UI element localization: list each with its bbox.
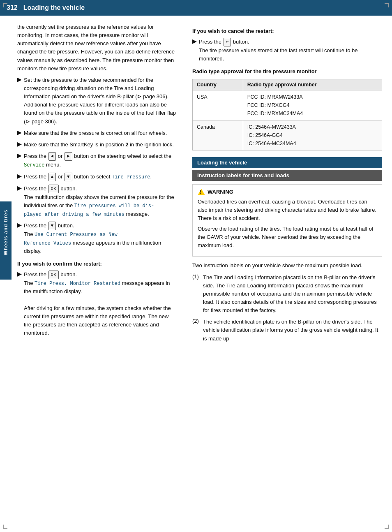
down-arrow-button-7: ▼	[48, 222, 56, 230]
bullet-item-5: ▶ Press the ▲ or ▼ button to select Tire…	[17, 173, 178, 181]
tire-pressures-message: Tire pressures will be dis‑played after …	[24, 203, 154, 217]
page-title: Loading the vehicle	[23, 4, 85, 12]
table-cell-country-canada: Canada	[193, 120, 243, 150]
table-row-usa: USA FCC ID: MRXMW2433A FCC ID: MRXGG4 FC…	[193, 90, 382, 120]
bullet-arrow-5: ▶	[17, 173, 21, 179]
cancel-bullet-text-1: Press the ↩ button. The tire pressure va…	[199, 38, 382, 63]
corner-tr	[385, 3, 389, 7]
left-column: the currently set tire pressures as the …	[0, 23, 185, 346]
ordered-text-2: The vehicle identification plate is on t…	[203, 318, 382, 342]
bullet-text-2: Make sure that the tire pressure is corr…	[24, 129, 167, 137]
down-arrow-button-5: ▼	[65, 173, 72, 181]
warning-text-2: Observe the load rating of the tires. Th…	[198, 225, 377, 250]
side-tab: Wheels and tires	[0, 201, 12, 263]
ordered-item-1: (1) The Tire and Loading Information pla…	[192, 273, 382, 315]
cancel-bullet-1: ▶ Press the ↩ button. The tire pressure …	[192, 38, 382, 63]
instruction-labels-bar: Instruction labels for tires and loads	[192, 170, 382, 181]
service-menu-label: Service	[24, 162, 44, 168]
corner-br	[385, 525, 389, 529]
bullet-arrow-2: ▶	[17, 130, 21, 136]
ok-button-6: OK	[48, 185, 59, 193]
warning-text-1: Overloaded tires can overheat, causing a…	[198, 198, 377, 222]
bullet-arrow-1: ▶	[17, 76, 21, 83]
ok-button-confirm: OK	[48, 271, 59, 279]
tire-pressure-label: Tire Pressure	[112, 174, 150, 180]
bullet-text-7: Press the ▼ button. The Use Current Pres…	[24, 222, 178, 255]
cancel-bullet-arrow-1: ▶	[192, 38, 196, 44]
back-button: ↩	[224, 38, 231, 46]
ordered-text-1: The Tire and Loading Information placard…	[203, 273, 382, 315]
table-cell-country-usa: USA	[193, 90, 243, 120]
main-content: the currently set tire pressures as the …	[0, 16, 392, 346]
left-arrow-button: ◄	[48, 152, 56, 161]
bullet-item-3: ▶ Make sure that the SmartKey is in posi…	[17, 141, 178, 149]
corner-tl	[3, 3, 7, 7]
warning-triangle-icon	[198, 189, 205, 195]
bullet-item-1: ▶ Set the tire pressure to the value rec…	[17, 76, 178, 126]
page: 312 Loading the vehicle Wheels and tires…	[0, 0, 392, 532]
table-row-canada: Canada IC: 2546A-MW2433A IC: 2546A-GG4 I…	[193, 120, 382, 150]
confirm-bullet-arrow-1: ▶	[17, 271, 21, 277]
bullet-item-7: ▶ Press the ▼ button. The Use Current Pr…	[17, 222, 178, 255]
bullet-arrow-7: ▶	[17, 222, 21, 228]
bullet-text-5: Press the ▲ or ▼ button to select Tire P…	[24, 173, 152, 181]
right-column: If you wish to cancel the restart: ▶ Pre…	[185, 23, 392, 346]
confirm-header: If you wish to confirm the restart:	[17, 260, 178, 268]
page-number: 312	[7, 4, 18, 12]
bullet-text-1: Set the tire pressure to the value recom…	[24, 76, 178, 126]
tire-press-monitor-restarted: Tire Press. Monitor Restarted	[35, 281, 120, 287]
table-section-header: Radio type approval for the tire pressur…	[192, 67, 382, 76]
table-cell-approval-canada: IC: 2546A-MW2433A IC: 2546A-GG4 IC: 2546…	[243, 120, 382, 150]
side-tab-indicator	[0, 263, 12, 280]
bullet-item-2: ▶ Make sure that the tire pressure is co…	[17, 129, 178, 137]
right-arrow-button: ►	[65, 152, 72, 161]
intro-paragraph: the currently set tire pressures as the …	[17, 23, 178, 73]
ordered-num-2: (2)	[192, 318, 200, 324]
bullet-arrow-6: ▶	[17, 185, 21, 191]
bullet-text-4: Press the ◄ or ► button on the steering …	[24, 152, 178, 169]
approval-table: Country Radio type approval number USA F…	[192, 79, 382, 150]
table-header-approval: Radio type approval number	[243, 79, 382, 90]
ordered-num-1: (1)	[192, 273, 200, 280]
bullet-text-6: Press the OK button. The multifunction d…	[24, 185, 178, 218]
use-current-pressures-message: Use Current Pressures as NewReference Va…	[24, 232, 118, 246]
corner-bl	[3, 525, 7, 529]
bullet-arrow-4: ▶	[17, 153, 21, 159]
loading-vehicle-bar: Loading the vehicle	[192, 157, 382, 168]
header-bar: 312 Loading the vehicle	[0, 0, 392, 16]
warning-header: WARNING	[198, 189, 377, 195]
bullet-arrow-3: ▶	[17, 141, 21, 147]
confirm-bullet-text-1: Press the OK button. The Tire Press. Mon…	[24, 271, 178, 338]
confirm-bullet-1: ▶ Press the OK button. The Tire Press. M…	[17, 271, 178, 338]
table-header-country: Country	[193, 79, 243, 90]
bullet-item-6: ▶ Press the OK button. The multifunction…	[17, 185, 178, 218]
ordered-item-2: (2) The vehicle identification plate is …	[192, 318, 382, 342]
up-arrow-button: ▲	[48, 173, 56, 181]
cancel-header: If you wish to cancel the restart:	[192, 27, 382, 35]
instruction-labels-intro: Two instruction labels on your vehicle s…	[192, 261, 382, 270]
warning-label: WARNING	[208, 189, 233, 195]
table-cell-approval-usa: FCC ID: MRXMW2433A FCC ID: MRXGG4 FCC ID…	[243, 90, 382, 120]
warning-box: WARNING Overloaded tires can overheat, c…	[192, 184, 382, 257]
bullet-item-4: ▶ Press the ◄ or ► button on the steerin…	[17, 152, 178, 169]
bullet-text-3: Make sure that the SmartKey is in positi…	[24, 141, 174, 149]
